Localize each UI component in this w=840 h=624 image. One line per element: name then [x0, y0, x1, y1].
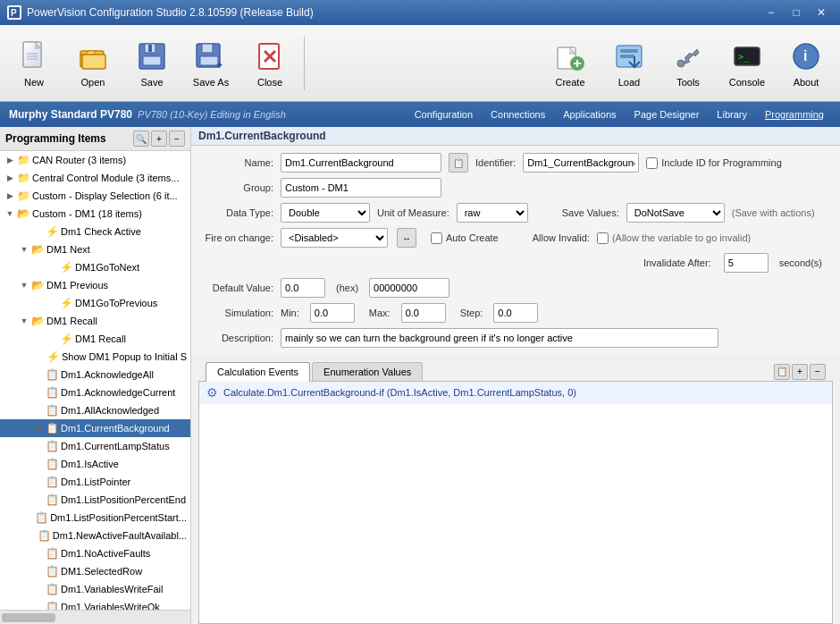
tab-add-button[interactable]: + — [792, 364, 808, 380]
name-input[interactable] — [281, 153, 441, 173]
datatype-select[interactable]: Double — [281, 203, 370, 223]
tools-icon — [671, 39, 705, 73]
tree-item-list-ptr[interactable]: 📋 Dm1.ListPointer — [0, 473, 190, 491]
allow-invalid-checkbox[interactable] — [597, 232, 609, 244]
tab-enumeration-values[interactable]: Enumeration Values — [312, 362, 423, 381]
tree-item-dm1-goto-prev[interactable]: ⚡ DM1GoToPrevious — [0, 294, 190, 312]
tree-item-list-pct-start[interactable]: 📋 Dm1.ListPositionPercentStart... — [0, 509, 190, 527]
save-as-label: Save As — [193, 77, 229, 88]
tree-item-current-bg[interactable]: ▶ 📋 Dm1.CurrentBackground — [0, 419, 190, 437]
calc-formula: Calculate.Dm1.CurrentBackground-if (Dm1.… — [223, 387, 576, 398]
tree-item-show-dm1-popup[interactable]: ⚡ Show DM1 Popup to Initial S — [0, 348, 190, 366]
group-input[interactable] — [281, 178, 441, 198]
item-icon-is-active: 📋 — [45, 457, 59, 471]
nav-configuration[interactable]: Configuration — [407, 107, 480, 122]
tree-item-dm1-prev-group[interactable]: ▼ 📂 DM1 Previous — [0, 276, 190, 294]
hex-input[interactable] — [369, 278, 449, 298]
save-values-select[interactable]: DoNotSave — [626, 203, 725, 223]
auto-create-label: Auto Create — [446, 232, 499, 243]
step-label: Step: — [460, 308, 483, 318]
tree-item-can-router[interactable]: ▶ 📁 CAN Router (3 items) — [0, 151, 190, 169]
about-button[interactable]: i About — [777, 31, 835, 96]
tree-item-list-pct-end[interactable]: 📋 Dm1.ListPositionPercentEnd — [0, 491, 190, 509]
scroll-thumb-h[interactable] — [2, 613, 55, 622]
open-button[interactable]: Open — [64, 31, 122, 96]
title-bar: P PowerVision Configuration Studio 2.8.1… — [0, 0, 840, 25]
auto-create-checkbox[interactable] — [431, 232, 442, 244]
tree-item-is-active[interactable]: 📋 Dm1.IsActive — [0, 455, 190, 473]
tree-item-new-active[interactable]: 📋 Dm1.NewActiveFaultAvailabl... — [0, 527, 190, 544]
item-icon-write-fail: 📋 — [45, 582, 59, 596]
minimize-button[interactable]: − — [760, 4, 783, 21]
default-value-input[interactable] — [281, 278, 325, 298]
identifier-input[interactable] — [523, 153, 639, 173]
folder-icon: 📁 — [16, 153, 30, 167]
about-icon: i — [789, 39, 823, 73]
datatype-row: Data Type: Double Unit of Measure: raw S… — [202, 203, 829, 223]
fire-on-change-browse[interactable]: ↔ — [397, 228, 416, 248]
calc-event-row[interactable]: ⚙ Calculate.Dm1.CurrentBackground-if (Dm… — [199, 382, 832, 404]
maximize-button[interactable]: □ — [785, 4, 808, 21]
description-input[interactable] — [281, 328, 718, 348]
name-browse-button[interactable]: 📋 — [449, 153, 468, 173]
tree-item-dm1-check[interactable]: ⚡ Dm1 Check Active — [0, 223, 190, 240]
tree-item-current-lamp[interactable]: 📋 Dm1.CurrentLampStatus — [0, 437, 190, 455]
tree-item-custom-dm1[interactable]: ▼ 📂 Custom - DM1 (18 items) — [0, 205, 190, 223]
tree-item-ack-all[interactable]: 📋 Dm1.AcknowledgeAll — [0, 366, 190, 384]
tools-button[interactable]: Tools — [659, 31, 717, 96]
step-input[interactable] — [493, 303, 538, 323]
save-button[interactable]: Save — [123, 31, 181, 96]
load-icon — [612, 39, 646, 73]
uom-select[interactable]: raw — [457, 203, 528, 223]
create-button[interactable]: Create — [542, 31, 599, 96]
nav-connections[interactable]: Connections — [483, 107, 552, 122]
console-icon: >_ — [730, 39, 764, 73]
tree-item-dm1-recall[interactable]: ⚡ DM1 Recall — [0, 330, 190, 348]
tree-item-selected-row[interactable]: 📋 DM1.SelectedRow — [0, 562, 190, 580]
collapse-button[interactable]: − — [169, 131, 185, 147]
max-input[interactable] — [401, 303, 446, 323]
left-panel: Programming Items 🔍 + − ▶ 📁 CAN Router (… — [0, 127, 191, 624]
include-id-checkbox[interactable] — [646, 157, 658, 169]
save-label: Save — [140, 77, 163, 88]
tab-browse-button[interactable]: 📋 — [774, 364, 790, 380]
nav-library[interactable]: Library — [710, 107, 754, 122]
tree-item-dm1-recall-group[interactable]: ▼ 📂 DM1 Recall — [0, 312, 190, 330]
min-input[interactable] — [310, 303, 355, 323]
tab-calculation-events[interactable]: Calculation Events — [206, 362, 310, 382]
folder-icon-5: 📂 — [30, 242, 45, 257]
tree-item-custom-display[interactable]: ▶ 📁 Custom - Display Selection (6 it... — [0, 187, 190, 205]
search-button[interactable]: 🔍 — [133, 131, 149, 147]
nav-page-designer[interactable]: Page Designer — [627, 107, 707, 122]
save-as-button[interactable]: + Save As — [182, 31, 239, 96]
tree-item-no-faults[interactable]: 📋 Dm1.NoActiveFaults — [0, 544, 190, 562]
include-id-label: Include ID for Programming — [661, 157, 782, 168]
load-button[interactable]: Load — [601, 31, 658, 96]
identifier-label: Identifier: — [475, 157, 516, 168]
expand-button[interactable]: + — [151, 131, 167, 147]
tree-item-all-acked[interactable]: 📋 Dm1.AllAcknowledged — [0, 401, 190, 419]
new-button[interactable]: New — [5, 31, 63, 96]
tree-item-central-control[interactable]: ▶ 📁 Central Control Module (3 items... — [0, 169, 190, 187]
fire-on-change-select[interactable]: <Disabled> — [281, 228, 388, 248]
nav-programming[interactable]: Programming — [758, 107, 831, 122]
tree-item-ack-current[interactable]: 📋 Dm1.AcknowledgeCurrent — [0, 384, 190, 401]
tree-item-dm1-next-group[interactable]: ▼ 📂 DM1 Next — [0, 240, 190, 258]
tree-item-write-fail[interactable]: 📋 Dm1.VariablesWriteFail — [0, 580, 190, 598]
item-icon-new-active: 📋 — [38, 528, 51, 543]
item-icon-current-lamp: 📋 — [45, 439, 59, 453]
tree-scrollbar-h[interactable] — [0, 610, 190, 624]
tree-item-dm1-goto-next[interactable]: ⚡ DM1GoToNext — [0, 258, 190, 276]
tree-item-write-ok[interactable]: 📋 Dm1.VariablesWriteOk — [0, 598, 190, 610]
window-close-button[interactable]: ✕ — [810, 4, 833, 21]
console-button[interactable]: >_ Console — [718, 31, 776, 96]
expand-central-control: ▶ — [4, 172, 16, 184]
create-icon — [553, 39, 587, 73]
tab-remove-button[interactable]: − — [810, 364, 826, 380]
auto-create-wrap: Auto Create — [431, 232, 499, 244]
close-button[interactable]: Close — [241, 31, 298, 96]
folder-icon-3: 📁 — [16, 189, 30, 203]
item-icon-list-pct-end: 📋 — [45, 493, 59, 507]
nav-applications[interactable]: Applications — [556, 107, 623, 122]
invalidate-input[interactable] — [724, 253, 769, 273]
